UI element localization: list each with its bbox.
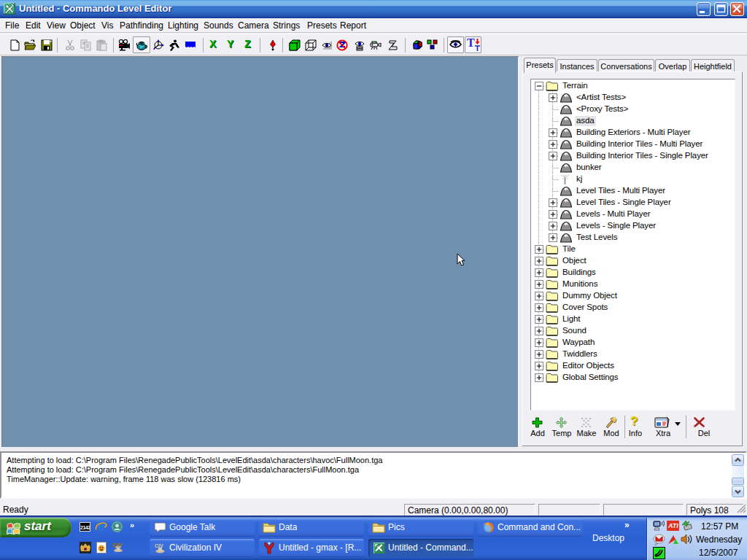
- svg-text:ATI: ATI: [667, 522, 678, 529]
- svg-text:CIV: CIV: [155, 543, 163, 548]
